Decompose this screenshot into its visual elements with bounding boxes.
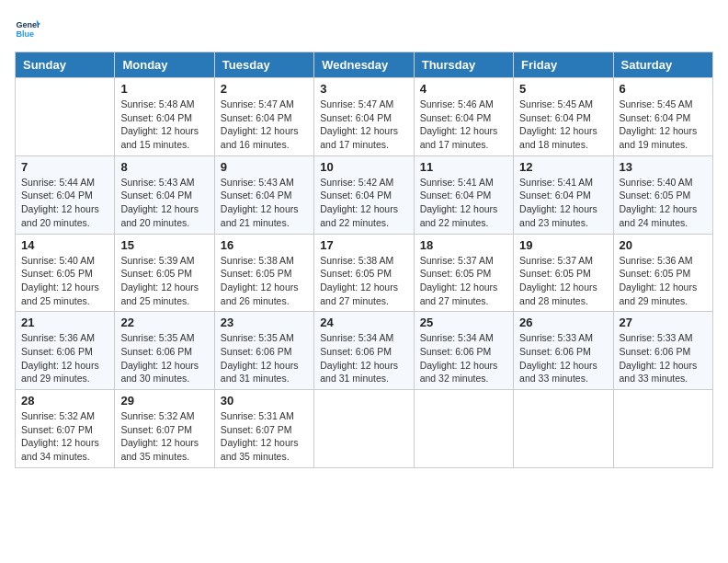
day-number: 13 (620, 160, 707, 174)
calendar-cell: 15Sunrise: 5:39 AMSunset: 6:05 PMDayligh… (115, 234, 214, 312)
day-number: 5 (519, 82, 607, 96)
calendar-cell: 26Sunrise: 5:33 AMSunset: 6:06 PMDayligh… (514, 312, 613, 390)
calendar-cell (613, 390, 712, 468)
day-number: 20 (620, 238, 707, 252)
calendar-body: 1Sunrise: 5:48 AMSunset: 6:04 PMDaylight… (16, 78, 713, 468)
calendar-header-row: SundayMondayTuesdayWednesdayThursdayFrid… (16, 52, 713, 78)
day-number: 18 (420, 238, 507, 252)
calendar-cell (314, 390, 414, 468)
day-info: Sunrise: 5:43 AMSunset: 6:04 PMDaylight:… (221, 176, 308, 230)
day-number: 7 (21, 160, 108, 174)
day-info: Sunrise: 5:36 AMSunset: 6:06 PMDaylight:… (21, 331, 108, 385)
day-number: 6 (620, 82, 707, 96)
calendar-cell: 28Sunrise: 5:32 AMSunset: 6:07 PMDayligh… (16, 390, 115, 468)
day-info: Sunrise: 5:32 AMSunset: 6:07 PMDaylight:… (120, 409, 208, 464)
calendar-cell: 6Sunrise: 5:45 AMSunset: 6:04 PMDaylight… (613, 78, 712, 156)
calendar-cell: 21Sunrise: 5:36 AMSunset: 6:06 PMDayligh… (16, 312, 115, 390)
day-info: Sunrise: 5:36 AMSunset: 6:05 PMDaylight:… (620, 254, 707, 308)
calendar-cell: 20Sunrise: 5:36 AMSunset: 6:05 PMDayligh… (613, 234, 712, 312)
calendar-cell: 24Sunrise: 5:34 AMSunset: 6:06 PMDayligh… (314, 312, 414, 390)
day-info: Sunrise: 5:43 AMSunset: 6:04 PMDaylight:… (120, 176, 208, 230)
day-info: Sunrise: 5:42 AMSunset: 6:04 PMDaylight:… (320, 176, 407, 230)
calendar-cell: 23Sunrise: 5:35 AMSunset: 6:06 PMDayligh… (214, 312, 313, 390)
calendar-cell: 11Sunrise: 5:41 AMSunset: 6:04 PMDayligh… (414, 155, 513, 234)
calendar-cell: 4Sunrise: 5:46 AMSunset: 6:04 PMDaylight… (414, 78, 513, 156)
day-info: Sunrise: 5:45 AMSunset: 6:04 PMDaylight:… (620, 98, 707, 152)
day-number: 9 (221, 160, 308, 174)
day-info: Sunrise: 5:38 AMSunset: 6:05 PMDaylight:… (221, 254, 308, 308)
calendar-cell: 29Sunrise: 5:32 AMSunset: 6:07 PMDayligh… (115, 390, 214, 468)
weekday-header-saturday: Saturday (613, 52, 712, 78)
day-number: 16 (221, 238, 308, 252)
calendar-cell: 3Sunrise: 5:47 AMSunset: 6:04 PMDaylight… (314, 78, 414, 156)
day-number: 3 (320, 82, 407, 96)
calendar-week-3: 14Sunrise: 5:40 AMSunset: 6:05 PMDayligh… (16, 234, 713, 312)
day-number: 8 (120, 160, 208, 174)
calendar-cell: 16Sunrise: 5:38 AMSunset: 6:05 PMDayligh… (214, 234, 313, 312)
weekday-header-wednesday: Wednesday (314, 52, 414, 78)
day-info: Sunrise: 5:39 AMSunset: 6:05 PMDaylight:… (120, 254, 208, 308)
day-number: 27 (620, 316, 707, 329)
calendar-cell: 12Sunrise: 5:41 AMSunset: 6:04 PMDayligh… (514, 155, 613, 234)
day-info: Sunrise: 5:32 AMSunset: 6:07 PMDaylight:… (21, 409, 108, 464)
day-info: Sunrise: 5:38 AMSunset: 6:05 PMDaylight:… (320, 254, 407, 308)
day-info: Sunrise: 5:45 AMSunset: 6:04 PMDaylight:… (519, 98, 607, 152)
day-info: Sunrise: 5:31 AMSunset: 6:07 PMDaylight:… (221, 409, 308, 464)
day-number: 17 (320, 238, 407, 252)
calendar-cell: 13Sunrise: 5:40 AMSunset: 6:05 PMDayligh… (613, 155, 712, 234)
calendar-cell: 19Sunrise: 5:37 AMSunset: 6:05 PMDayligh… (514, 234, 613, 312)
calendar-cell: 25Sunrise: 5:34 AMSunset: 6:06 PMDayligh… (414, 312, 513, 390)
calendar-cell: 27Sunrise: 5:33 AMSunset: 6:06 PMDayligh… (613, 312, 712, 390)
day-info: Sunrise: 5:44 AMSunset: 6:04 PMDaylight:… (21, 176, 108, 230)
day-number: 28 (21, 394, 108, 408)
calendar-cell: 7Sunrise: 5:44 AMSunset: 6:04 PMDaylight… (16, 155, 115, 234)
day-number: 22 (120, 316, 208, 329)
day-number: 10 (320, 160, 407, 174)
day-info: Sunrise: 5:34 AMSunset: 6:06 PMDaylight:… (320, 331, 407, 385)
day-info: Sunrise: 5:46 AMSunset: 6:04 PMDaylight:… (420, 98, 507, 152)
day-number: 1 (120, 82, 208, 96)
day-number: 14 (21, 238, 108, 252)
day-info: Sunrise: 5:35 AMSunset: 6:06 PMDaylight:… (221, 331, 308, 385)
calendar-table: SundayMondayTuesdayWednesdayThursdayFrid… (15, 52, 713, 468)
day-number: 26 (519, 316, 607, 329)
calendar-cell: 8Sunrise: 5:43 AMSunset: 6:04 PMDaylight… (115, 155, 214, 234)
day-info: Sunrise: 5:40 AMSunset: 6:05 PMDaylight:… (21, 254, 108, 308)
weekday-header-thursday: Thursday (414, 52, 513, 78)
calendar-cell: 5Sunrise: 5:45 AMSunset: 6:04 PMDaylight… (514, 78, 613, 156)
weekday-header-monday: Monday (115, 52, 214, 78)
calendar-cell: 14Sunrise: 5:40 AMSunset: 6:05 PMDayligh… (16, 234, 115, 312)
day-number: 29 (120, 394, 208, 408)
page-header: General Blue (15, 15, 713, 40)
day-number: 15 (120, 238, 208, 252)
day-number: 23 (221, 316, 308, 329)
day-number: 4 (420, 82, 507, 96)
day-info: Sunrise: 5:34 AMSunset: 6:06 PMDaylight:… (420, 331, 507, 385)
weekday-header-friday: Friday (514, 52, 613, 78)
calendar-week-2: 7Sunrise: 5:44 AMSunset: 6:04 PMDaylight… (16, 155, 713, 234)
day-info: Sunrise: 5:47 AMSunset: 6:04 PMDaylight:… (221, 98, 308, 152)
calendar-cell (16, 78, 115, 156)
day-info: Sunrise: 5:33 AMSunset: 6:06 PMDaylight:… (519, 331, 607, 385)
day-number: 21 (21, 316, 108, 329)
logo-icon: General Blue (15, 15, 40, 40)
day-info: Sunrise: 5:35 AMSunset: 6:06 PMDaylight:… (120, 331, 208, 385)
calendar-week-1: 1Sunrise: 5:48 AMSunset: 6:04 PMDaylight… (16, 78, 713, 156)
day-number: 30 (221, 394, 308, 408)
calendar-cell: 18Sunrise: 5:37 AMSunset: 6:05 PMDayligh… (414, 234, 513, 312)
day-info: Sunrise: 5:33 AMSunset: 6:06 PMDaylight:… (620, 331, 707, 385)
weekday-header-sunday: Sunday (16, 52, 115, 78)
day-number: 11 (420, 160, 507, 174)
day-number: 12 (519, 160, 607, 174)
logo: General Blue (15, 15, 44, 40)
calendar-cell: 2Sunrise: 5:47 AMSunset: 6:04 PMDaylight… (214, 78, 313, 156)
calendar-cell: 9Sunrise: 5:43 AMSunset: 6:04 PMDaylight… (214, 155, 313, 234)
day-info: Sunrise: 5:41 AMSunset: 6:04 PMDaylight:… (420, 176, 507, 230)
day-info: Sunrise: 5:47 AMSunset: 6:04 PMDaylight:… (320, 98, 407, 152)
calendar-cell: 30Sunrise: 5:31 AMSunset: 6:07 PMDayligh… (214, 390, 313, 468)
calendar-cell (514, 390, 613, 468)
day-number: 19 (519, 238, 607, 252)
calendar-cell: 17Sunrise: 5:38 AMSunset: 6:05 PMDayligh… (314, 234, 414, 312)
day-info: Sunrise: 5:37 AMSunset: 6:05 PMDaylight:… (519, 254, 607, 308)
day-number: 2 (221, 82, 308, 96)
